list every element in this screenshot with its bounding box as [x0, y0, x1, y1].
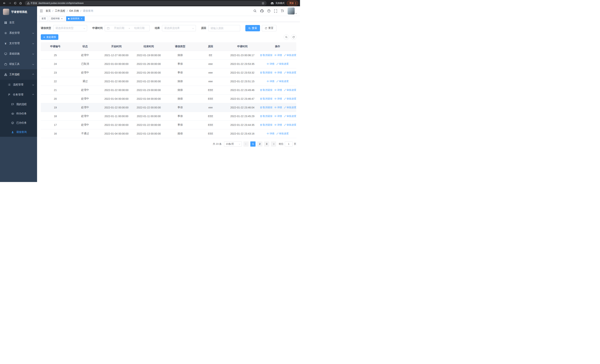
table-toolbar: 发起请假 [41, 34, 296, 40]
cell-status: 处理中 [70, 51, 100, 59]
header-search-icon[interactable] [253, 9, 257, 13]
browser-menu-icon[interactable] [295, 3, 296, 3]
help-icon[interactable] [267, 9, 271, 13]
avatar[interactable] [288, 7, 295, 14]
detail-link[interactable]: 详情 [267, 62, 274, 65]
detail-link[interactable]: 详情 [274, 54, 282, 57]
detail-link[interactable]: 详情 [274, 123, 282, 127]
cancel-link[interactable]: 取消请假 [260, 71, 272, 74]
detail-link[interactable]: 详情 [274, 97, 282, 101]
tab-leave-query[interactable]: 请假查询 × [66, 16, 85, 21]
table-row: 22通过2022-01-22 00:00:002022-01-22 00:00:… [41, 77, 296, 86]
progress-link[interactable]: 审批进度 [284, 71, 296, 74]
detail-link[interactable]: 详情 [274, 88, 282, 92]
cancel-link[interactable]: 取消请假 [260, 97, 272, 101]
close-icon[interactable]: × [61, 18, 63, 20]
refresh-table-button[interactable] [291, 35, 296, 40]
progress-label: 审批进度 [287, 54, 296, 57]
cell-id: 25 [41, 51, 70, 59]
delete-icon [260, 89, 262, 91]
create-leave-button[interactable]: 发起请假 [41, 34, 58, 40]
cancel-link[interactable]: 取消请假 [260, 106, 272, 109]
browser-home-button[interactable] [18, 1, 23, 6]
detail-link[interactable]: 详情 [267, 80, 274, 83]
fullscreen-icon[interactable] [274, 9, 277, 13]
progress-link[interactable]: 审批进度 [276, 62, 289, 65]
table-row: 17处理中2022-01-22 00:00:002022-01-22 00:00… [41, 121, 296, 129]
breadcrumb-workflow[interactable]: 工作流程 [55, 9, 65, 13]
cancel-link[interactable]: 取消请假 [260, 123, 272, 127]
progress-link[interactable]: 审批进度 [284, 97, 296, 101]
page-size-select[interactable]: 10条/页 [224, 141, 242, 147]
result-select[interactable]: 请选择流结果 [162, 25, 196, 31]
font-size-icon[interactable] [281, 9, 284, 13]
page-button-1[interactable]: 1 [250, 141, 255, 147]
cell-status: 处理中 [70, 121, 100, 129]
cell-leave-type: 事假 [165, 103, 195, 112]
progress-link[interactable]: 审批进度 [276, 80, 289, 83]
sidebar-item-system[interactable]: 系统管理 [0, 28, 37, 38]
url-text[interactable]: dashboard.yudao.iocoder.cn/bpm/oa/leave [38, 2, 260, 4]
breadcrumb-home[interactable]: 首页 [46, 9, 51, 13]
cell-actions: 取消请假详情审批进度 [259, 103, 296, 112]
progress-link[interactable]: 审批进度 [284, 123, 296, 127]
cell-start-time: 2022-01-03 00:00:00 [100, 59, 132, 68]
detail-link[interactable]: 详情 [274, 71, 282, 74]
reset-button[interactable]: 重置 [262, 25, 276, 31]
progress-link[interactable]: 审批进度 [284, 114, 296, 118]
close-icon[interactable]: × [80, 18, 83, 20]
browser-back-button[interactable] [2, 1, 7, 6]
progress-link[interactable]: 审批进度 [284, 106, 296, 109]
bookmark-star-icon[interactable] [262, 2, 264, 5]
search-button[interactable]: 搜索 [245, 25, 260, 31]
cancel-link[interactable]: 取消请假 [260, 88, 272, 92]
goto-page-input[interactable] [285, 141, 293, 147]
progress-link[interactable]: 审批进度 [276, 132, 289, 135]
tab-home[interactable]: 首页 [40, 16, 48, 21]
detail-link[interactable]: 详情 [274, 114, 282, 118]
cancel-link[interactable]: 取消请假 [260, 114, 272, 118]
sidebar-item-todo-tasks[interactable]: 待办任务 [0, 109, 37, 118]
sidebar-item-my-process[interactable]: 我的流程 [0, 100, 37, 109]
reason-input[interactable] [208, 25, 240, 31]
sidebar-collapse-button[interactable] [40, 9, 43, 13]
next-page-button[interactable] [271, 141, 276, 147]
browser-forward-button[interactable] [7, 1, 12, 6]
apply-time-range-picker[interactable]: 开始日期 - 结束日期 [105, 25, 150, 31]
leave-type-select[interactable]: 请选择请假类型 [53, 25, 87, 31]
sidebar-item-leave-query[interactable]: 请假查询 [0, 128, 37, 137]
toggle-search-button[interactable] [284, 35, 289, 40]
sidebar-item-infra[interactable]: 基础设施 [0, 48, 37, 59]
detail-link[interactable]: 详情 [274, 106, 282, 109]
briefcase-icon [4, 63, 7, 65]
sidebar-item-payment[interactable]: ¥ 支付管理 [0, 38, 37, 48]
sidebar-item-process-mgmt[interactable]: 流程管理 [0, 80, 37, 90]
browser-reload-button[interactable] [13, 1, 18, 6]
chevron-down-icon [32, 32, 34, 34]
progress-link[interactable]: 审批进度 [284, 88, 296, 92]
cancel-label: 取消请假 [263, 114, 272, 118]
detail-link[interactable]: 详情 [267, 132, 274, 135]
chevron-down-icon [239, 143, 240, 145]
sidebar-item-done-tasks[interactable]: 已办任务 [0, 118, 37, 128]
prev-page-button[interactable] [244, 141, 249, 147]
warning-triangle-icon [27, 2, 30, 4]
sidebar-item-workflow[interactable]: 工作流程 [0, 69, 37, 80]
page-button-3[interactable]: 3 [264, 141, 269, 147]
chevron-down-icon [84, 28, 85, 29]
tab-process-detail[interactable]: 流程详情 × [49, 16, 65, 21]
breadcrumb-oa-example[interactable]: OA 示例 [69, 9, 79, 13]
sidebar-item-devtools[interactable]: 研发工具 [0, 59, 37, 69]
workflow-submenu: 流程管理 任务管理 我的流程 待办任务 [0, 80, 37, 137]
address-bar[interactable]: 不安全 dashboard.yudao.iocoder.cn/bpm/oa/le… [25, 1, 267, 6]
page-button-2[interactable]: 2 [257, 141, 262, 147]
browser-update-button[interactable]: 更新 [287, 1, 298, 6]
sidebar-item-home[interactable]: 首页 [0, 18, 37, 28]
security-status[interactable]: 不安全 [27, 2, 37, 5]
progress-link[interactable]: 审批进度 [284, 54, 296, 57]
cancel-link[interactable]: 取消请假 [260, 54, 272, 57]
github-icon[interactable] [260, 9, 264, 13]
user-menu[interactable] [288, 7, 297, 14]
sidebar-item-task-mgmt[interactable]: 任务管理 [0, 90, 37, 100]
app-logo[interactable]: 芋道管理系统 [0, 6, 37, 18]
